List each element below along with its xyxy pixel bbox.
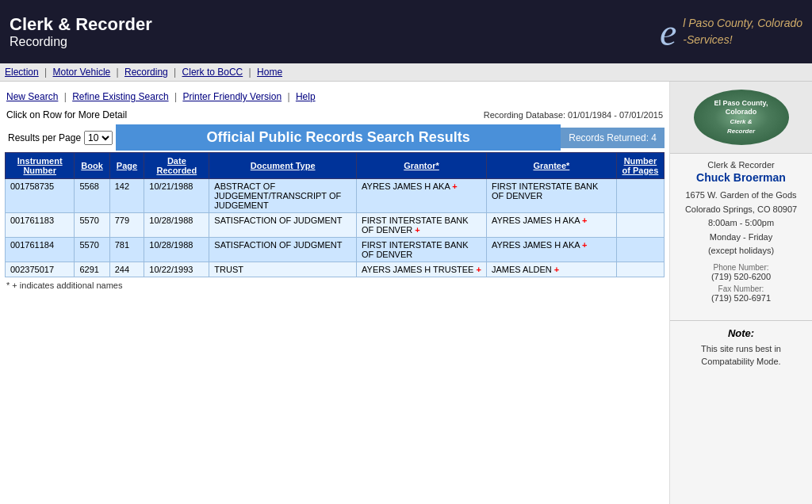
sidebar-logo: El Paso County,Colorado Clerk &Recorder: [670, 82, 812, 154]
sidebar-note: Note: This site runs best in Compatabili…: [670, 320, 812, 375]
note-title: Note:: [676, 327, 806, 339]
table-row[interactable]: 001758735 5568 142 10/21/1988 ABSTRACT O…: [6, 179, 665, 213]
nav-election[interactable]: Election: [5, 67, 39, 78]
cell-pages: [616, 262, 664, 277]
cell-grantor: FIRST INTERSTATE BANK OF DENVER +: [357, 213, 487, 238]
per-page-label: Results per Page: [8, 132, 81, 143]
cell-grantor: AYRES JAMES H AKA +: [357, 179, 487, 213]
per-page-section: Results per Page 10 25 50: [5, 128, 116, 148]
county-text: l Paso County, Colorado -Services!: [683, 15, 802, 48]
site-title: Clerk & Recorder: [10, 14, 152, 35]
cell-grantee: JAMES ALDEN +: [486, 262, 616, 277]
cell-date: 10/28/1988: [144, 213, 209, 238]
table-row[interactable]: 001761183 5570 779 10/28/1988 SATISFACTI…: [6, 213, 665, 238]
cell-book: 5568: [75, 179, 109, 213]
action-links: New Search | Refine Existing Search | Pr…: [5, 86, 665, 107]
results-title: Official Public Records Search Results: [116, 124, 561, 151]
col-date[interactable]: DateRecorded: [144, 153, 209, 179]
sidebar: El Paso County,Colorado Clerk &Recorder …: [669, 82, 812, 504]
table-row[interactable]: 002375017 6291 244 10/22/1993 TRUST AYER…: [6, 262, 665, 277]
cell-book: 5570: [75, 213, 109, 238]
page-header: Clerk & Recorder Recording e l Paso Coun…: [0, 0, 812, 63]
nav-clerk-bocc[interactable]: Clerk to BoCC: [182, 67, 243, 78]
cell-instrument: 002375017: [6, 262, 75, 277]
cell-grantee: AYRES JAMES H AKA +: [486, 213, 616, 238]
col-book[interactable]: Book: [75, 153, 109, 179]
e-logo-letter: e: [660, 10, 676, 54]
cell-book: 6291: [75, 262, 109, 277]
refine-search-link[interactable]: Refine Existing Search: [72, 91, 168, 102]
main-layout: New Search | Refine Existing Search | Pr…: [0, 82, 812, 504]
cell-page: 142: [109, 179, 144, 213]
cell-grantee: AYRES JAMES H AKA +: [486, 238, 616, 262]
site-subtitle: Recording: [10, 35, 152, 49]
records-returned-label: Records Returned:: [569, 132, 649, 143]
col-pages[interactable]: Numberof Pages: [616, 153, 664, 179]
nav-motor-vehicle[interactable]: Motor Vehicle: [53, 67, 111, 78]
cell-pages: [616, 238, 664, 262]
sidebar-clerk-label: Clerk & Recorder: [676, 160, 806, 170]
db-info: Recording Database: 01/01/1984 - 07/01/2…: [484, 109, 663, 121]
cell-doc-type: SATISFACTION OF JUDGMENT: [209, 213, 357, 238]
table-row[interactable]: 001761184 5570 781 10/28/1988 SATISFACTI…: [6, 238, 665, 262]
cell-date: 10/22/1993: [144, 262, 209, 277]
sidebar-fax-label: Fax Number:: [676, 284, 806, 293]
cell-pages: [616, 179, 664, 213]
nav-recording[interactable]: Recording: [124, 67, 168, 78]
printer-friendly-link[interactable]: Printer Friendly Version: [182, 91, 282, 102]
help-link[interactable]: Help: [296, 91, 316, 102]
note-text: This site runs best in Compatability Mod…: [676, 342, 806, 368]
cell-doc-type: SATISFACTION OF JUDGMENT: [209, 238, 357, 262]
cell-page: 244: [109, 262, 144, 277]
records-returned: Records Returned: 4: [561, 128, 665, 148]
navigation-bar: Election | Motor Vehicle | Recording | C…: [0, 63, 812, 82]
sidebar-address: 1675 W. Garden of the Gods Colorado Spri…: [676, 189, 806, 258]
cell-grantor: AYERS JAMES H TRUSTEE +: [357, 262, 487, 277]
results-table: InstrumentNumber Book Page DateRecorded …: [5, 152, 665, 277]
sidebar-phone-label: Phone Number:: [676, 263, 806, 272]
col-grantor[interactable]: Grantor*: [357, 153, 487, 179]
col-instrument[interactable]: InstrumentNumber: [6, 153, 75, 179]
cell-doc-type: ABSTRACT OF JUDGEMENT/TRANSCRIPT OF JUDG…: [209, 179, 357, 213]
per-page-select[interactable]: 10 25 50: [84, 131, 113, 145]
county-seal: El Paso County,Colorado Clerk &Recorder: [694, 90, 789, 145]
sidebar-clerk-name: Chuck Broerman: [676, 171, 806, 184]
col-doc-type[interactable]: Document Type: [209, 153, 357, 179]
cell-page: 779: [109, 213, 144, 238]
click-info: Click on Row for More Detail: [6, 109, 127, 120]
cell-book: 5570: [75, 238, 109, 262]
cell-grantee: FIRST INTERSTATE BANK OF DENVER: [486, 179, 616, 213]
col-grantee[interactable]: Grantee*: [486, 153, 616, 179]
cell-pages: [616, 213, 664, 238]
col-page[interactable]: Page: [109, 153, 144, 179]
cell-date: 10/28/1988: [144, 238, 209, 262]
main-content: New Search | Refine Existing Search | Pr…: [0, 82, 669, 504]
cell-page: 781: [109, 238, 144, 262]
header-logo: e l Paso County, Colorado -Services!: [660, 10, 802, 54]
nav-home[interactable]: Home: [257, 67, 282, 78]
cell-date: 10/21/1988: [144, 179, 209, 213]
cell-instrument: 001761183: [6, 213, 75, 238]
cell-grantor: FIRST INTERSTATE BANK OF DENVER: [357, 238, 487, 262]
results-header: Results per Page 10 25 50 Official Publi…: [5, 124, 665, 151]
new-search-link[interactable]: New Search: [6, 91, 58, 102]
cell-instrument: 001758735: [6, 179, 75, 213]
header-branding: Clerk & Recorder Recording: [10, 14, 152, 49]
cell-doc-type: TRUST: [209, 262, 357, 277]
sidebar-phone: (719) 520-6200: [676, 272, 806, 281]
sidebar-fax: (719) 520-6971: [676, 293, 806, 303]
sidebar-info: Clerk & Recorder Chuck Broerman 1675 W. …: [670, 154, 812, 312]
results-tbody: 001758735 5568 142 10/21/1988 ABSTRACT O…: [6, 179, 665, 277]
footnote: * + indicates additional names: [5, 277, 665, 293]
records-returned-value: 4: [651, 132, 657, 143]
county-seal-text: El Paso County,Colorado Clerk &Recorder: [714, 99, 768, 136]
cell-instrument: 001761184: [6, 238, 75, 262]
